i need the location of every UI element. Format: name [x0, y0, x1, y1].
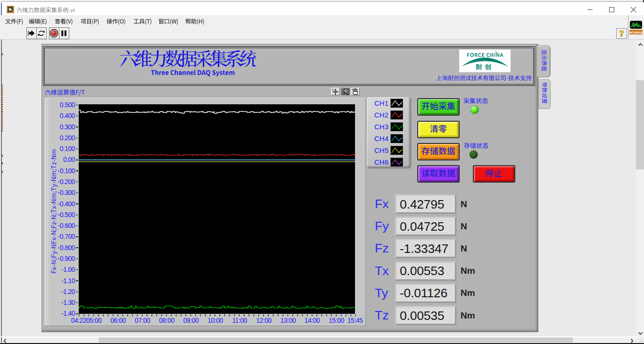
svg-text:NC3HDAQ: NC3HDAQ: [629, 31, 643, 34]
svg-text:?: ?: [619, 29, 624, 38]
